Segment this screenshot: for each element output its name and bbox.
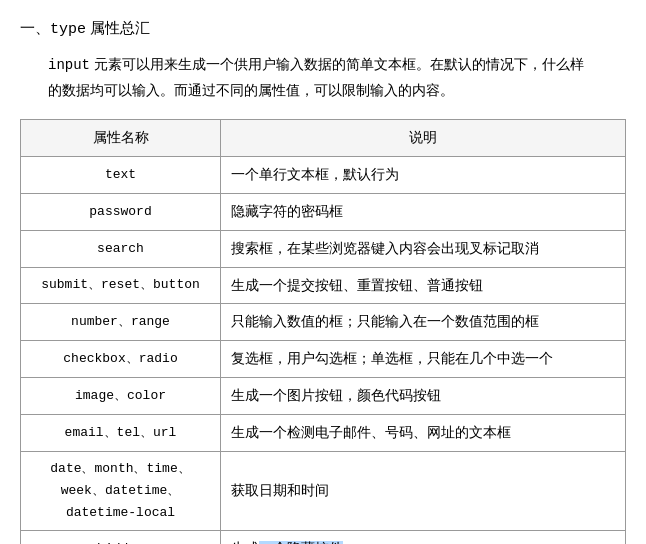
table-row: checkbox、radio 复选框，用户勾选框；单选框，只能在几个中选一个 xyxy=(21,341,626,378)
table-header-row: 属性名称 说明 xyxy=(21,120,626,157)
attr-name: text xyxy=(21,157,221,194)
attr-name: image、color xyxy=(21,377,221,414)
attr-name: checkbox、radio xyxy=(21,341,221,378)
table-row: number、range 只能输入数值的框；只能输入在一个数值范围的框 xyxy=(21,304,626,341)
attr-name: email、tel、url xyxy=(21,414,221,451)
attr-name-multiline: date、month、time、week、datetime、datetime-l… xyxy=(21,451,221,530)
table-row-hidden: hidden 生成一个隐藏控件 xyxy=(21,530,626,544)
attr-name: submit、reset、button xyxy=(21,267,221,304)
intro-paragraph: input 元素可以用来生成一个供用户输入数据的简单文本框。在默认的情况下，什么… xyxy=(48,52,626,103)
table-row: text 一个单行文本框，默认行为 xyxy=(21,157,626,194)
table-row: submit、reset、button 生成一个提交按钮、重置按钮、普通按钮 xyxy=(21,267,626,304)
attr-name: password xyxy=(21,193,221,230)
attr-desc: 隐藏字符的密码框 xyxy=(221,193,626,230)
attr-desc: 复选框，用户勾选框；单选框，只能在几个中选一个 xyxy=(221,341,626,378)
attr-desc: 生成一个检测电子邮件、号码、网址的文本框 xyxy=(221,414,626,451)
attr-desc: 只能输入数值的框；只能输入在一个数值范围的框 xyxy=(221,304,626,341)
col-header-name: 属性名称 xyxy=(21,120,221,157)
attr-name: number、range xyxy=(21,304,221,341)
table-row: search 搜索框，在某些浏览器键入内容会出现叉标记取消 xyxy=(21,230,626,267)
intro-line1: 元素可以用来生成一个供用户输入数据的简单文本框。在默认的情况下，什么样 xyxy=(90,57,584,72)
attr-desc-hidden: 生成一个隐藏控件 xyxy=(221,530,626,544)
attr-name: hidden xyxy=(21,530,221,544)
table-row: password 隐藏字符的密码框 xyxy=(21,193,626,230)
section-keyword: type xyxy=(50,21,86,38)
attr-desc: 搜索框，在某些浏览器键入内容会出现叉标记取消 xyxy=(221,230,626,267)
attr-desc: 生成一个图片按钮，颜色代码按钮 xyxy=(221,377,626,414)
attr-desc: 一个单行文本框，默认行为 xyxy=(221,157,626,194)
table-row: image、color 生成一个图片按钮，颜色代码按钮 xyxy=(21,377,626,414)
attr-name: search xyxy=(21,230,221,267)
table-row-multiline: date、month、time、week、datetime、datetime-l… xyxy=(21,451,626,530)
intro-code: input xyxy=(48,57,90,73)
section-number: 一、 xyxy=(20,20,50,36)
attr-desc: 获取日期和时间 xyxy=(221,451,626,530)
section-title: 一、type一、type 属性总汇 属性总汇 xyxy=(20,16,626,42)
col-header-desc: 说明 xyxy=(221,120,626,157)
attributes-table: 属性名称 说明 text 一个单行文本框，默认行为 password 隐藏字符的… xyxy=(20,119,626,544)
attr-desc: 生成一个提交按钮、重置按钮、普通按钮 xyxy=(221,267,626,304)
table-row: email、tel、url 生成一个检测电子邮件、号码、网址的文本框 xyxy=(21,414,626,451)
intro-line2: 的数据均可以输入。而通过不同的属性值，可以限制输入的内容。 xyxy=(48,83,454,98)
